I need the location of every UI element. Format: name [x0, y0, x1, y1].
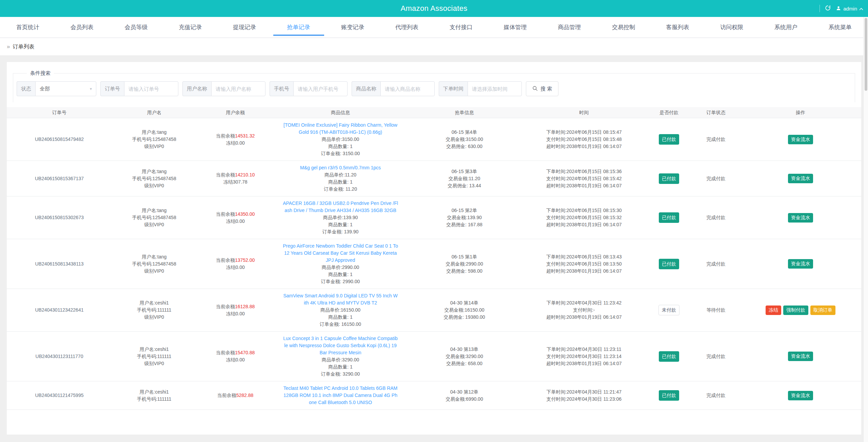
- user-info-line: 手机号码:111111: [112, 353, 196, 360]
- product-cell: SamView Smart Android 9.0 Digital LED TV…: [274, 292, 407, 328]
- balance-line: 当前余额5282.88: [196, 392, 274, 399]
- order-time-input[interactable]: [468, 81, 522, 96]
- action-资金流水[interactable]: 资金流水: [788, 352, 813, 361]
- tab-媒体管理[interactable]: 媒体管理: [501, 17, 529, 38]
- user-cell: 用户名:ceshi1手机号码:111111: [112, 388, 196, 403]
- tab-首页统计[interactable]: 首页统计: [14, 17, 41, 38]
- breadcrumb-arrows-icon: »: [7, 43, 10, 50]
- action-强制付款[interactable]: 强制付款: [783, 306, 808, 315]
- frozen-amount: 冻结0.00: [196, 356, 274, 363]
- search-icon: [532, 86, 538, 92]
- product-info-line: 商品单价:3150.00: [274, 136, 407, 143]
- product-cell: [TOMEI Online Exclusive] Fairy Ribbon Ch…: [274, 122, 407, 157]
- status-select[interactable]: 全部 ▼: [35, 81, 96, 96]
- actions-group: 资金流水: [740, 174, 861, 183]
- order-no-label: 订单号: [100, 81, 124, 96]
- tab-支付接口[interactable]: 支付接口: [448, 17, 475, 38]
- refresh-icon: [825, 5, 831, 12]
- user-info-line: 手机号码:125487458: [112, 175, 196, 182]
- tab-访问权限[interactable]: 访问权限: [718, 17, 745, 38]
- order-time-label: 下单时间: [439, 81, 468, 96]
- grab-info-line: 交易金额:139.90: [407, 214, 522, 221]
- breadcrumb-current: 订单列表: [13, 43, 34, 50]
- grab-info-line: 06-15 第4单: [407, 129, 522, 136]
- phone-input[interactable]: [293, 81, 348, 96]
- action-取消订单[interactable]: 取消订单: [810, 306, 835, 315]
- tab-客服列表[interactable]: 客服列表: [664, 17, 691, 38]
- grab-info-line: 06-15 第3单: [407, 168, 522, 175]
- product-link[interactable]: Lux Concept 3 in 1 Capsule Coffee Machin…: [283, 335, 398, 356]
- content-panel: 条件搜索 状态 全部 ▼ 订单号 用户名称: [7, 62, 861, 435]
- action-冻结[interactable]: 冻结: [766, 306, 781, 315]
- action-资金流水[interactable]: 资金流水: [788, 213, 813, 223]
- order-number-cell: UB2404301123111770: [7, 353, 112, 360]
- user-menu[interactable]: admin: [836, 5, 863, 12]
- topbar: Amazon Associates admin: [0, 0, 868, 17]
- balance-cell: 当前余额15470.88冻结0.00: [196, 349, 274, 363]
- paid-badge: 已付款: [659, 212, 679, 223]
- product-info-line: 商品单价:16150.00: [274, 307, 407, 314]
- table-body: UB2406150815479482用户名:tang手机号码:125487458…: [7, 118, 861, 410]
- page-body: 条件搜索 状态 全部 ▼ 订单号 用户名称: [0, 56, 868, 442]
- scrollbar-thumb[interactable]: [865, 18, 867, 91]
- search-button-label: 搜 索: [540, 86, 552, 92]
- user-icon: [836, 5, 841, 12]
- time-line: 支付时间:2024年06月15日 08:15:48: [522, 136, 646, 143]
- grab-info-line: 交易佣金: 658.00: [407, 360, 522, 367]
- tab-抢单记录[interactable]: 抢单记录: [285, 17, 312, 38]
- action-资金流水[interactable]: 资金流水: [788, 135, 813, 144]
- order-no-input[interactable]: [124, 81, 178, 96]
- time-line: 下单时间:2024年04月30日 11:23:42: [522, 299, 646, 307]
- order-time-filter: 下单时间: [439, 81, 522, 96]
- time-line: 支付时间:2024年06月15日 08:15:32: [522, 214, 646, 221]
- product-link[interactable]: Prego AirForce Newborn Toddler Child Car…: [283, 243, 398, 264]
- time-cell: 下单时间:2024年06月15日 08:15:30支付时间:2024年06月15…: [522, 207, 646, 228]
- balance-cell: 当前余额14350.00冻结0.00: [196, 211, 274, 225]
- user-cell: 用户名:tang手机号码:125487458级别VIP0: [112, 253, 196, 275]
- user-cell: 用户名:ceshi1手机号码:111111级别VIP0: [112, 299, 196, 321]
- tab-商品管理[interactable]: 商品管理: [556, 17, 583, 38]
- tab-提现记录[interactable]: 提现记录: [231, 17, 258, 38]
- time-line: 下单时间:2024年06月15日 08:13:43: [522, 253, 646, 260]
- user-info-line: 手机号码:125487458: [112, 260, 196, 268]
- order-status: 完成付款: [707, 176, 726, 181]
- user-info-line: 用户名:tang: [112, 207, 196, 214]
- product-link[interactable]: [TOMEI Online Exclusive] Fairy Ribbon Ch…: [283, 122, 398, 136]
- app-title: Amazon Associates: [400, 4, 467, 13]
- balance-line: 当前余额14531.32: [196, 132, 274, 140]
- tab-充值记录[interactable]: 充值记录: [177, 17, 204, 38]
- search-button[interactable]: 搜 索: [526, 81, 558, 96]
- balance-label: 当前余额: [216, 133, 235, 139]
- grab-info-line: 交易金额:3290.00: [407, 353, 522, 360]
- tab-会员列表[interactable]: 会员列表: [68, 17, 96, 38]
- time-line: 下单时间:2024年04月30日 11:21:47: [522, 388, 646, 396]
- balance-line: 当前余额14210.10: [196, 171, 274, 178]
- balance-cell: 当前余额13752.00冻结0.00: [196, 257, 274, 271]
- tab-系统用户[interactable]: 系统用户: [772, 17, 800, 38]
- action-资金流水[interactable]: 资金流水: [788, 391, 813, 400]
- tab-账变记录[interactable]: 账变记录: [339, 17, 366, 38]
- product-link[interactable]: M&g gel pen r3/r5 0.5mm/0.7mm 1pcs: [283, 164, 398, 171]
- grab-info-line: 交易佣金: 167.88: [407, 221, 522, 228]
- actions-group: 资金流水: [740, 213, 861, 223]
- product-name-input[interactable]: [380, 81, 435, 96]
- product-cell: APACER 16GB / 32GB USB2.0 Pendrive Pen D…: [274, 200, 407, 235]
- refresh-button[interactable]: [825, 5, 831, 12]
- product-link[interactable]: SamView Smart Android 9.0 Digital LED TV…: [283, 292, 398, 307]
- tab-会员等级[interactable]: 会员等级: [122, 17, 150, 38]
- username-input[interactable]: [211, 81, 265, 96]
- scrollbar-track[interactable]: [863, 17, 868, 442]
- actions-cell: 资金流水: [740, 259, 861, 269]
- product-link[interactable]: Teclast M40 Tablet PC Android 10.0 Table…: [283, 385, 398, 406]
- tab-代理列表[interactable]: 代理列表: [393, 17, 420, 38]
- tab-交易控制[interactable]: 交易控制: [610, 17, 637, 38]
- order-number: UB2404301121475995: [35, 393, 83, 398]
- time-cell: 下单时间:2024年06月15日 08:15:36支付时间:2024年06月15…: [522, 168, 646, 189]
- product-info-line: 订单金额: 11.20: [274, 186, 407, 193]
- tab-系统菜单[interactable]: 系统菜单: [827, 17, 854, 38]
- balance-label: 当前余额: [216, 350, 235, 355]
- product-link[interactable]: APACER 16GB / 32GB USB2.0 Pendrive Pen D…: [283, 200, 398, 214]
- action-资金流水[interactable]: 资金流水: [788, 174, 813, 183]
- action-资金流水[interactable]: 资金流水: [788, 259, 813, 269]
- grab-info-cell: 06-15 第1单交易金额:2990.00交易佣金: 598.00: [407, 253, 522, 275]
